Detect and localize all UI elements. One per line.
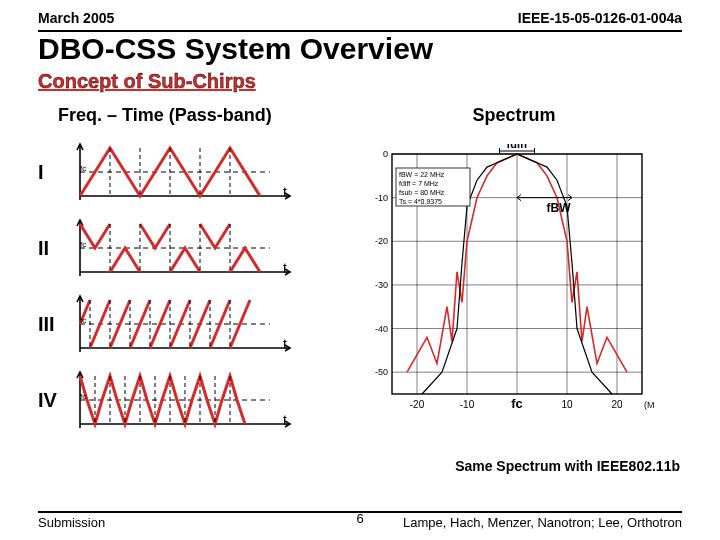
- svg-text:fc: fc: [511, 396, 523, 411]
- footer-right: Lampe, Hach, Menzer, Nanotron; Lee, Orth…: [403, 515, 682, 530]
- chirp-index-3: III: [38, 313, 70, 336]
- chirp-plot-3: [70, 292, 300, 356]
- svg-text:Ts = 4*0.9375: Ts = 4*0.9375: [399, 198, 442, 205]
- fc-label-4: fc: [80, 392, 86, 401]
- svg-text:-20: -20: [410, 399, 425, 410]
- slide-header: March 2005 IEEE-15-05-0126-01-004a: [0, 0, 720, 28]
- col-head-right: Spectrum: [358, 105, 700, 126]
- svg-text:fBW: fBW: [547, 201, 572, 215]
- fc-label-2: fc: [80, 240, 86, 249]
- header-doc-id: IEEE-15-05-0126-01-004a: [518, 10, 682, 26]
- chirp-row-4: IV fc t: [38, 362, 338, 438]
- svg-text:-50: -50: [375, 367, 388, 377]
- fc-label-3: fc: [80, 316, 86, 325]
- svg-text:10: 10: [561, 399, 573, 410]
- svg-text:fBW = 22 MHz: fBW = 22 MHz: [399, 171, 445, 178]
- t-label-2: t: [283, 260, 287, 276]
- t-label-3: t: [283, 336, 287, 352]
- svg-text:-20: -20: [375, 236, 388, 246]
- column-headings: Freq. – Time (Pass-band) Spectrum: [0, 93, 720, 126]
- chirp-row-3: III fc t: [38, 286, 338, 362]
- svg-text:-10: -10: [375, 193, 388, 203]
- svg-text:fdiff = 7 MHz: fdiff = 7 MHz: [399, 180, 439, 187]
- chirp-row-1: I fc t: [38, 134, 338, 210]
- svg-text:(MHz): (MHz): [644, 400, 654, 410]
- slide-title: DBO-CSS System Overview: [0, 32, 720, 66]
- svg-text:0: 0: [383, 149, 388, 159]
- chirp-index-4: IV: [38, 389, 70, 412]
- footer-left: Submission: [38, 515, 105, 530]
- t-label-1: t: [283, 184, 287, 200]
- chirp-plot-1: [70, 140, 300, 204]
- spectrum-panel: 0-10-20-30-40-50-20-10fc1020(MHz)fdifffB…: [338, 134, 700, 452]
- slide-footer: Submission Lampe, Hach, Menzer, Nanotron…: [38, 511, 682, 530]
- chirp-row-2: II fc t: [38, 210, 338, 286]
- col-head-left: Freq. – Time (Pass-band): [58, 105, 358, 126]
- spectrum-plot: 0-10-20-30-40-50-20-10fc1020(MHz)fdifffB…: [364, 144, 654, 424]
- chirp-panel: I fc t II: [38, 134, 338, 452]
- svg-text:-40: -40: [375, 324, 388, 334]
- chirp-plot-4: [70, 368, 300, 432]
- fc-label-1: fc: [80, 164, 86, 173]
- svg-text:fdiff: fdiff: [507, 144, 528, 150]
- t-label-4: t: [283, 412, 287, 428]
- chirp-plot-2: [70, 216, 300, 280]
- header-date: March 2005: [38, 10, 114, 26]
- svg-text:20: 20: [611, 399, 623, 410]
- body-area: I fc t II: [0, 126, 720, 452]
- footer-rule: [38, 511, 682, 513]
- spectrum-caption: Same Spectrum with IEEE802.11b: [0, 452, 720, 474]
- chirp-index-2: II: [38, 237, 70, 260]
- chirp-index-1: I: [38, 161, 70, 184]
- slide-subtitle: Concept of Sub-Chirps: [0, 66, 720, 93]
- svg-text:-30: -30: [375, 280, 388, 290]
- svg-text:-10: -10: [460, 399, 475, 410]
- svg-text:fsub = 80 MHz: fsub = 80 MHz: [399, 189, 445, 196]
